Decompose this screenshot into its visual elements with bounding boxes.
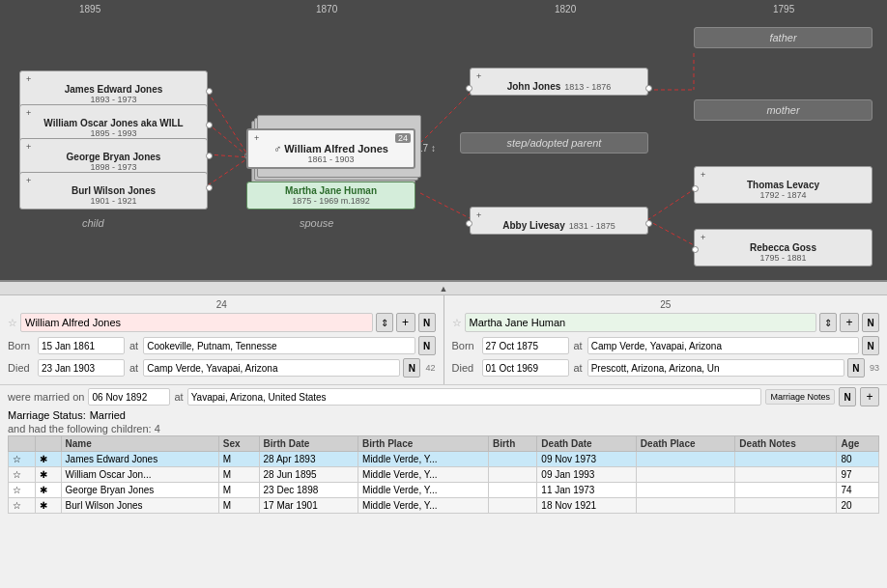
marriage-n-btn[interactable]: N xyxy=(839,387,856,406)
person1-died-n[interactable]: N xyxy=(403,358,420,378)
conn-dot-john xyxy=(466,85,472,92)
person1-name-input[interactable] xyxy=(20,313,373,332)
mother-label: mother xyxy=(694,99,873,121)
year-1895: 1895 xyxy=(79,4,100,14)
conn-dot-3 xyxy=(206,153,213,159)
marriage-add-btn[interactable]: + xyxy=(860,387,879,406)
row-death-date: 18 Nov 1921 xyxy=(537,498,637,514)
col-name: Name xyxy=(61,436,218,452)
row-star: ☆ xyxy=(9,483,36,498)
conn-dot-2 xyxy=(206,122,213,128)
born-at-1: at xyxy=(129,340,138,351)
collapse-arrow: ▲ xyxy=(440,284,448,294)
person2-name-input[interactable] xyxy=(465,313,817,332)
data-pane: ▲ 24 ☆ ⇕ + N Born at N xyxy=(0,280,887,588)
person2-born-n[interactable]: N xyxy=(862,336,879,355)
person1-died-date[interactable] xyxy=(38,359,125,377)
children-table: Name Sex Birth Date Birth Place Birth De… xyxy=(8,435,879,514)
svg-line-3 xyxy=(208,157,249,185)
top-fields-row: 24 ☆ ⇕ + N Born at N Died at xyxy=(0,295,887,384)
person1-born-n[interactable]: N xyxy=(418,336,436,355)
person-william-oscar[interactable]: + William Oscar Jones aka WILL 1895 - 19… xyxy=(19,104,208,142)
person2-add-btn[interactable]: + xyxy=(840,313,859,332)
person1-sort-btn[interactable]: ⇕ xyxy=(376,313,393,332)
person-martha[interactable]: Martha Jane Human 1875 - 1969 m.1892 xyxy=(246,182,415,210)
marriage-status-label: Marriage Status: xyxy=(8,409,86,421)
born-at-2: at xyxy=(574,340,583,351)
col-birth: Birth xyxy=(488,436,536,452)
row-name: James Edward Jones xyxy=(61,452,218,467)
row-death-notes xyxy=(735,467,837,483)
person1-name-row: ☆ ⇕ + N xyxy=(8,313,436,332)
person1-born-place[interactable] xyxy=(143,337,415,354)
left-person-num: 24 xyxy=(8,299,436,310)
born-label-1: Born xyxy=(8,340,35,351)
marriage-notes-btn[interactable]: Marriage Notes xyxy=(765,389,835,405)
person1-died-age: 42 xyxy=(425,363,435,373)
row-death-notes xyxy=(735,483,837,498)
table-row[interactable]: ☆ ✱ William Oscar Jon... M 28 Jun 1895 M… xyxy=(9,467,879,483)
conn-dot-rebecca xyxy=(692,246,699,253)
conn-dot-1 xyxy=(206,88,213,95)
person2-sort-btn[interactable]: ⇕ xyxy=(819,313,837,332)
row-birth-date: 28 Jun 1895 xyxy=(259,467,358,483)
row-age: 20 xyxy=(837,498,879,514)
genealogy-pane: 1895 1870 1820 1795 + James Edward Jones… xyxy=(0,0,887,280)
table-row[interactable]: ☆ ✱ Burl Wilson Jones M 17 Mar 1901 Midd… xyxy=(9,498,879,514)
father-label: father xyxy=(694,27,873,48)
person1-born-date[interactable] xyxy=(38,337,125,354)
person-burl[interactable]: + Burl Wilson Jones 1901 - 1921 xyxy=(19,172,208,210)
child-label: child xyxy=(82,217,104,229)
row-sex: M xyxy=(218,498,259,514)
row-sex: M xyxy=(218,452,259,467)
svg-line-5 xyxy=(420,193,473,220)
left-person-col: 24 ☆ ⇕ + N Born at N Died at xyxy=(0,295,444,384)
row-birth-place: Middle Verde, Y... xyxy=(358,483,489,498)
row-death-date: 09 Jan 1993 xyxy=(537,467,637,483)
person-thomas[interactable]: + Thomas Levacy 1792 - 1874 xyxy=(694,166,873,204)
row-name: Burl Wilson Jones xyxy=(61,498,218,514)
died-label-1: Died xyxy=(8,362,35,374)
table-row[interactable]: ☆ ✱ George Bryan Jones M 23 Dec 1898 Mid… xyxy=(9,483,879,498)
person2-died-date[interactable] xyxy=(482,359,569,377)
person2-born-date[interactable] xyxy=(482,337,569,354)
row-birth xyxy=(488,452,536,467)
table-row[interactable]: ☆ ✱ James Edward Jones M 28 Apr 1893 Mid… xyxy=(9,452,879,467)
person-badge: 24 xyxy=(395,133,411,143)
person-james[interactable]: + James Edward Jones 1893 - 1973 xyxy=(19,70,208,108)
row-asterisk: ✱ xyxy=(36,452,62,467)
person2-born-place[interactable] xyxy=(587,337,859,354)
person1-star: ☆ xyxy=(8,317,17,329)
person-william-alfred[interactable]: + ♂ William Alfred Jones 1861 - 1903 24 xyxy=(246,128,415,169)
person1-add-btn[interactable]: + xyxy=(396,313,415,332)
died-at-2: at xyxy=(574,362,583,374)
died-at-1: at xyxy=(129,362,138,374)
marriage-date-input[interactable] xyxy=(88,388,170,406)
person2-died-n[interactable]: N xyxy=(847,358,865,378)
row-birth-date: 17 Mar 1901 xyxy=(259,498,358,514)
person1-died-place[interactable] xyxy=(143,359,400,377)
collapse-bar[interactable]: ▲ xyxy=(0,282,887,295)
person-john[interactable]: + John Jones 1813 - 1876 xyxy=(470,68,648,96)
col-birth-date: Birth Date xyxy=(259,436,358,452)
row-star: ☆ xyxy=(9,467,36,483)
person2-died-place[interactable] xyxy=(587,359,844,377)
svg-line-0 xyxy=(208,92,249,157)
row-age: 97 xyxy=(837,467,879,483)
row-star: ☆ xyxy=(9,498,36,514)
col-sex: Sex xyxy=(218,436,259,452)
marriage-place-input[interactable] xyxy=(187,388,762,406)
row-name: William Oscar Jon... xyxy=(61,467,218,483)
svg-line-9 xyxy=(647,220,696,246)
row-name: George Bryan Jones xyxy=(61,483,218,498)
born-label-2: Born xyxy=(452,340,479,351)
children-table-area: Name Sex Birth Date Birth Place Birth De… xyxy=(0,435,887,588)
person-george[interactable]: + George Bryan Jones 1898 - 1973 xyxy=(19,138,208,176)
person2-n-btn[interactable]: N xyxy=(862,313,879,332)
row-birth-place: Middle Verde, Y... xyxy=(358,498,489,514)
person1-n-btn[interactable]: N xyxy=(418,313,436,332)
person-rebecca[interactable]: + Rebecca Goss 1795 - 1881 xyxy=(694,229,873,266)
person2-born-row: Born at N xyxy=(452,336,880,355)
person2-died-row: Died at N 93 xyxy=(452,358,880,378)
person-abby[interactable]: + Abby Livesay 1831 - 1875 xyxy=(470,207,648,235)
